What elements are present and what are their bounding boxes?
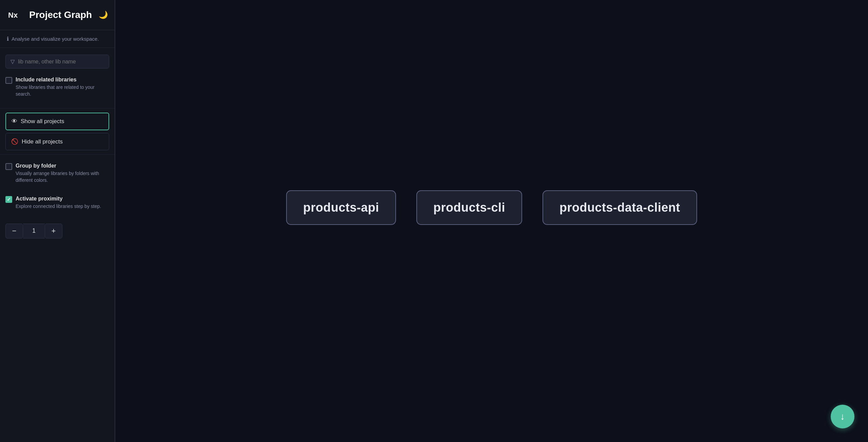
eye-icon: 👁	[12, 118, 17, 125]
check-icon: ✓	[7, 197, 11, 202]
decrement-button[interactable]: −	[5, 224, 23, 238]
activate-proximity-section: ✓ Activate proximity Explore connected l…	[0, 193, 115, 221]
download-icon: ↓	[840, 411, 845, 422]
search-box: ▽	[5, 55, 109, 69]
graph-node-products-api[interactable]: products-api	[286, 190, 396, 225]
show-all-label: Show all projects	[21, 118, 64, 125]
sidebar: Nx Project Graph 🌙 ℹ Analyse and visuali…	[0, 0, 115, 442]
include-related-row: Include related libraries Show libraries…	[5, 77, 109, 97]
activate-proximity-desc: Explore connected libraries step by step…	[16, 203, 101, 210]
node-label-products-cli: products-cli	[433, 200, 505, 214]
group-by-folder-checkbox[interactable]	[5, 163, 12, 170]
info-bar: ℹ Analyse and visualize your workspace.	[0, 30, 115, 48]
divider-2	[0, 154, 115, 155]
activate-proximity-row: ✓ Activate proximity Explore connected l…	[5, 196, 109, 210]
download-button[interactable]: ↓	[831, 405, 854, 428]
stepper-value: 1	[23, 224, 45, 238]
stepper-section: − 1 +	[0, 221, 115, 245]
include-related-desc: Show libraries that are related to your …	[16, 84, 109, 97]
include-related-checkbox[interactable]	[5, 77, 12, 84]
group-by-folder-section: Group by folder Visually arrange librari…	[0, 156, 115, 193]
dark-mode-icon[interactable]: 🌙	[99, 11, 108, 19]
increment-button[interactable]: +	[45, 224, 62, 238]
group-by-folder-desc: Visually arrange libraries by folders wi…	[16, 170, 109, 184]
graph-nodes-container: products-api products-cli products-data-…	[286, 190, 697, 225]
divider-1	[0, 108, 115, 109]
info-icon: ℹ	[7, 36, 9, 42]
node-label-products-api: products-api	[303, 200, 379, 214]
project-buttons: 👁 Show all projects 🚫 Hide all projects	[0, 110, 115, 153]
show-all-button[interactable]: 👁 Show all projects	[5, 113, 109, 130]
hide-all-label: Hide all projects	[22, 138, 63, 145]
node-label-products-data-client: products-data-client	[559, 200, 680, 214]
include-related-section: Include related libraries Show libraries…	[0, 74, 115, 107]
search-input[interactable]	[18, 59, 104, 65]
svg-text:Nx: Nx	[8, 11, 18, 19]
sidebar-header: Nx Project Graph 🌙	[0, 0, 115, 30]
page-title: Project Graph	[29, 9, 94, 20]
hide-all-button[interactable]: 🚫 Hide all projects	[5, 133, 109, 150]
group-by-folder-row: Group by folder Visually arrange librari…	[5, 163, 109, 184]
minus-icon: −	[12, 227, 17, 235]
activate-proximity-checkbox[interactable]: ✓	[5, 196, 12, 203]
nx-logo-icon: Nx	[7, 8, 24, 22]
plus-icon: +	[52, 227, 56, 235]
search-section: ▽	[0, 48, 115, 74]
activate-proximity-title: Activate proximity	[16, 196, 101, 202]
info-text: Analyse and visualize your workspace.	[12, 36, 99, 42]
group-by-folder-title: Group by folder	[16, 163, 109, 169]
graph-canvas: products-api products-cli products-data-…	[115, 0, 868, 442]
include-related-title: Include related libraries	[16, 77, 109, 83]
graph-node-products-cli[interactable]: products-cli	[416, 190, 522, 225]
graph-node-products-data-client[interactable]: products-data-client	[542, 190, 697, 225]
eye-slash-icon: 🚫	[11, 138, 18, 145]
filter-icon: ▽	[11, 58, 15, 65]
